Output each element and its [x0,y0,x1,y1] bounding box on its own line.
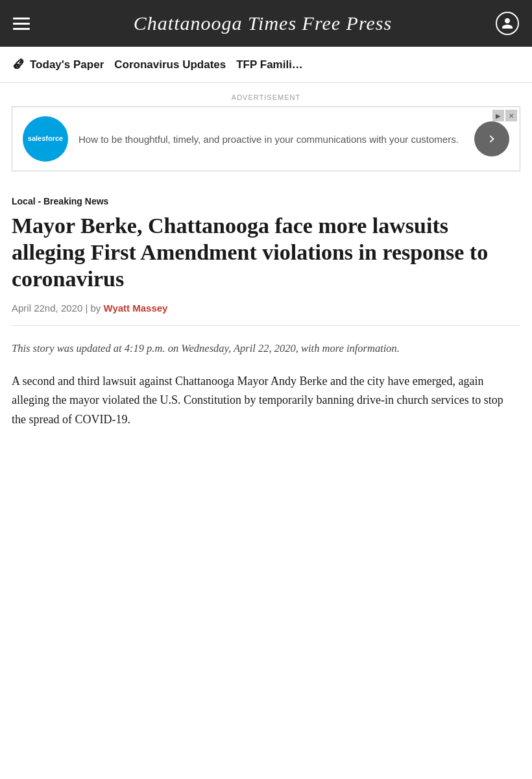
user-account-button[interactable] [496,12,519,35]
ad-flag-button[interactable]: ▶ [492,110,504,121]
article-divider [12,325,520,326]
author-link[interactable]: Wyatt Massey [104,303,168,314]
nav-label-todays-paper: Today's Paper [30,58,104,71]
nav-label-coronavirus: Coronavirus Updates [114,58,226,71]
salesforce-brand-text: salesforce [28,134,63,143]
newspaper-icon: 🗞 [12,57,25,72]
article-headline: Mayor Berke, Chattanooga face more lawsu… [12,213,520,292]
ad-label: ADVERTISEMENT [12,93,520,101]
salesforce-logo: salesforce [23,116,68,162]
ad-close-button[interactable]: ✕ [505,110,517,121]
ad-close-area: ▶ ✕ [492,110,517,121]
byline-separator: | by [85,303,103,314]
nav-bar: 🗞 Today's Paper Coronavirus Updates TFP … [0,47,532,83]
nav-item-coronavirus-updates[interactable]: Coronavirus Updates [114,58,236,71]
article-category: Local - Breaking News [12,196,520,206]
nav-label-tfp: TFP Famili… [236,58,303,71]
article-content: Local - Breaking News Mayor Berke, Chatt… [0,178,532,430]
user-icon [501,17,514,30]
article-update-notice: This story was updated at 4:19 p.m. on W… [12,340,520,357]
menu-button[interactable] [13,18,30,30]
ad-cta-button[interactable] [474,121,509,156]
chevron-right-icon [485,132,499,146]
article-byline: April 22nd, 2020 | by Wyatt Massey [12,303,520,314]
article-date: April 22nd, 2020 [12,303,82,314]
article-body-paragraph: A second and third lawsuit against Chatt… [12,372,520,430]
nav-item-todays-paper[interactable]: 🗞 Today's Paper [12,57,114,72]
site-header: Chattanooga Times Free Press [0,0,532,47]
advertisement-section: ADVERTISEMENT ▶ ✕ salesforce How to be t… [0,83,532,178]
ad-body-text: How to be thoughtful, timely, and proact… [79,132,464,146]
ad-box: ▶ ✕ salesforce How to be thoughtful, tim… [12,106,520,171]
nav-item-tfp-families[interactable]: TFP Famili… [236,58,313,71]
site-title: Chattanooga Times Free Press [30,12,496,34]
